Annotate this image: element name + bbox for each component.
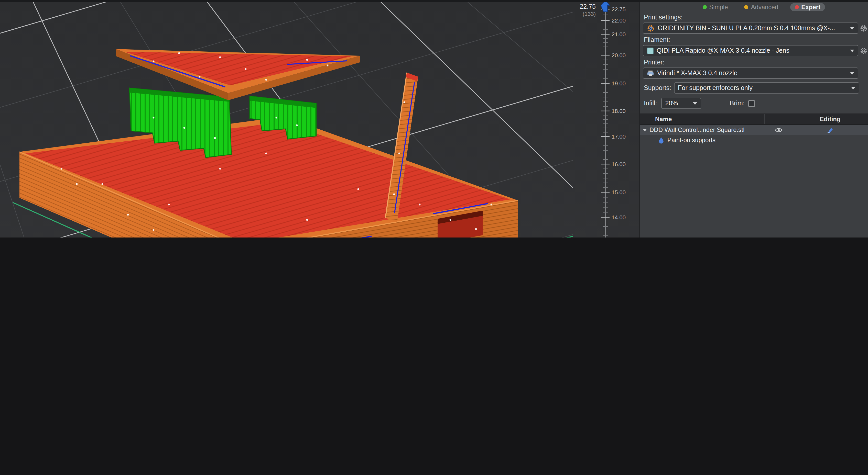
object-subrow-supports[interactable]: Paint-on supports: [640, 135, 868, 145]
model-base: [20, 116, 518, 238]
supports-select[interactable]: For support enforcers only: [674, 82, 859, 94]
print-settings-gear-button[interactable]: [859, 24, 868, 32]
printer-select[interactable]: Virindi * X-MAX 3 0.4 nozzle: [643, 67, 858, 79]
subrow-label: Paint-on supports: [668, 137, 715, 144]
object-row[interactable]: DDD Wall Control...nder Square.stl: [640, 125, 868, 135]
infill-select[interactable]: 20%: [661, 98, 701, 109]
column-editing: Editing: [792, 114, 868, 124]
gear-icon: [860, 24, 867, 32]
paint-drop-icon: [658, 137, 664, 143]
chevron-down-icon: [851, 87, 855, 89]
chevron-down-icon: [693, 102, 697, 105]
brim-label: Brim:: [730, 100, 744, 107]
filament-color-swatch: [647, 47, 654, 54]
settings-panel: Simple Advanced Expert Print settings: G…: [639, 0, 868, 238]
object-name: DDD Wall Control...nder Square.stl: [649, 126, 744, 133]
model-render: [0, 0, 573, 238]
collapse-arrow-icon[interactable]: [643, 129, 647, 131]
mode-advanced-label: Advanced: [751, 3, 778, 10]
mode-advanced[interactable]: Advanced: [740, 3, 783, 11]
mode-simple[interactable]: Simple: [698, 3, 733, 11]
print-settings-value: GRIDFINITY BIN - SUNLU PLA 0.20mm S 0.4 …: [658, 25, 847, 32]
visibility-toggle[interactable]: [765, 127, 792, 133]
infill-label: Infill:: [644, 100, 657, 107]
infill-value: 20%: [665, 100, 690, 107]
viewport-3d[interactable]: 22.75 (133) 22.7522.0021.0020.0019.0018.…: [0, 0, 639, 238]
supports-value: For support enforcers only: [678, 84, 848, 92]
filament-label: Filament:: [640, 36, 868, 44]
object-list: Name Editing DDD Wall Control...nder Squ…: [640, 113, 868, 145]
print-settings-select[interactable]: GRIDFINITY BIN - SUNLU PLA 0.20mm S 0.4 …: [643, 23, 858, 34]
mode-expert[interactable]: Expert: [790, 3, 825, 11]
simple-dot-icon: [703, 5, 707, 9]
printer-value: Virindi * X-MAX 3 0.4 nozzle: [657, 70, 847, 77]
column-spacer: [765, 114, 792, 124]
window-top-strip: [0, 0, 868, 2]
slider-handle-top: [601, 1, 610, 12]
mode-switcher: Simple Advanced Expert: [640, 3, 868, 11]
edit-brush-icon: [827, 127, 833, 133]
printer-icon: [647, 70, 654, 76]
object-list-header: Name Editing: [640, 113, 868, 125]
current-layer-height: 22.75: [561, 3, 596, 11]
layer-slider[interactable]: 22.7522.0021.0020.0019.0018.0017.0016.00…: [600, 0, 639, 238]
chevron-down-icon: [850, 72, 854, 74]
filament-gear-button[interactable]: [859, 47, 868, 55]
mode-expert-label: Expert: [801, 3, 820, 10]
advanced-dot-icon: [744, 5, 748, 9]
column-name: Name: [640, 114, 765, 124]
mode-simple-label: Simple: [709, 3, 728, 10]
printer-label: Printer:: [640, 59, 868, 66]
brim-checkbox[interactable]: [748, 100, 755, 107]
expert-dot-icon: [795, 5, 799, 9]
chevron-down-icon: [850, 49, 854, 52]
supports-label: Supports:: [644, 84, 671, 92]
eye-icon: [775, 127, 782, 133]
filament-select[interactable]: QIDI PLA Rapido @X-MAX 3 0.4 nozzle - Je…: [643, 45, 858, 56]
filament-value: QIDI PLA Rapido @X-MAX 3 0.4 nozzle - Je…: [657, 47, 847, 54]
chevron-down-icon: [850, 27, 854, 29]
layer-slider-handles[interactable]: [600, 0, 639, 238]
gear-icon: [860, 47, 867, 55]
print-settings-label: Print settings:: [640, 14, 868, 22]
preset-gear-icon: [647, 24, 655, 32]
current-layer-readout: 22.75 (133): [561, 3, 596, 18]
slicer-app: 22.75 (133) 22.7522.0021.0020.0019.0018.…: [0, 0, 868, 238]
editing-indicator[interactable]: [792, 127, 868, 133]
current-layer-number: (133): [561, 11, 596, 18]
